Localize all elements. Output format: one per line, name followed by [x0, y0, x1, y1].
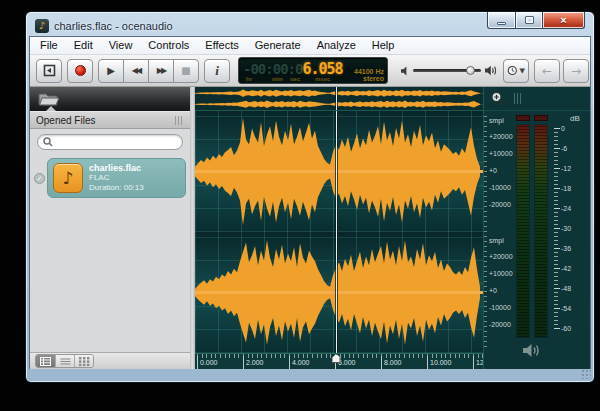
rewind-icon: ◀◀: [132, 66, 140, 75]
stop-icon: ■: [181, 65, 190, 76]
db-tick-label: -60: [561, 325, 571, 332]
db-tick-label: -12: [561, 165, 571, 172]
overview-channel-1: [195, 89, 483, 98]
menu-analyze[interactable]: Analyze: [309, 37, 364, 54]
waveform-channel-1[interactable]: [195, 111, 483, 232]
waveform-svg-1: [195, 111, 483, 232]
speaker-icon: [522, 343, 542, 358]
maximize-button[interactable]: [516, 12, 543, 29]
volume-control: [401, 65, 498, 76]
volume-low-icon: [401, 66, 409, 76]
amplitude-label: smpl: [489, 117, 504, 124]
monitor-speaker-button[interactable]: [522, 343, 542, 362]
back-arrow-icon: ←: [542, 64, 552, 78]
menu-view[interactable]: View: [101, 37, 141, 54]
volume-slider[interactable]: [413, 69, 481, 72]
timeline-label: 8.000: [381, 356, 402, 369]
level-meters: [516, 111, 550, 367]
timeline-label: 10.000: [427, 356, 451, 369]
time-format-button[interactable]: ▼: [503, 59, 529, 83]
toggle-view-button[interactable]: [36, 59, 62, 83]
channel-mode-label: stereo: [354, 75, 384, 82]
view-details-button[interactable]: [36, 355, 55, 367]
play-button[interactable]: ▶: [98, 59, 124, 83]
amplitude-label: -10000: [489, 304, 511, 311]
minimize-button[interactable]: [487, 12, 516, 29]
meter-panel-grip[interactable]: [514, 93, 523, 104]
waveform-display[interactable]: [195, 111, 483, 353]
close-button[interactable]: ×: [543, 12, 585, 29]
amplitude-label: -20000: [489, 321, 511, 328]
search-input[interactable]: [53, 137, 177, 147]
clock-icon: [507, 64, 518, 77]
list-item[interactable]: ✓ ♪ charlies.flac FLAC Duration: 00:13: [34, 158, 186, 198]
opened-files-tab[interactable]: [30, 87, 190, 111]
stop-button[interactable]: ■: [173, 59, 199, 83]
file-name: charlies.flac: [89, 163, 144, 173]
panel-grip[interactable]: [175, 116, 184, 125]
amplitude-ruler: smpl+20000+10000+0-10000-20000smpl+20000…: [484, 111, 514, 351]
menu-edit[interactable]: Edit: [66, 37, 101, 54]
menu-generate[interactable]: Generate: [247, 37, 309, 54]
next-button[interactable]: →: [563, 59, 589, 83]
app-icon: ♪: [35, 19, 49, 33]
record-icon: [75, 65, 86, 76]
view-grid-button[interactable]: [74, 355, 93, 367]
transport-controls: ▶ ◀◀ ▶▶ ■: [98, 59, 199, 83]
db-scale-title: dB: [570, 114, 580, 123]
playback-cursor[interactable]: [336, 111, 337, 353]
chevron-down-icon: ▼: [520, 67, 525, 75]
amplitude-label: +10000: [489, 150, 513, 157]
menu-help[interactable]: Help: [364, 37, 403, 54]
amplitude-label: -10000: [489, 184, 511, 191]
file-item-charlies[interactable]: ♪ charlies.flac FLAC Duration: 00:13: [47, 158, 186, 198]
overview-waveform[interactable]: [195, 87, 483, 111]
time-hours-dim: -00:00:0: [243, 61, 302, 77]
close-icon: ×: [560, 14, 566, 26]
toolbar: ▶ ◀◀ ▶▶ ■ i -00:00:0 6.058 44100 Hz ster…: [30, 55, 590, 87]
forward-button[interactable]: ▶▶: [148, 59, 174, 83]
peak-indicator-right: [534, 115, 548, 121]
search-icon: [43, 137, 53, 147]
timeline-ruler[interactable]: 0.0002.0004.0006.0008.00010.00012.000: [195, 353, 483, 369]
db-tick-label: -24: [561, 205, 571, 212]
db-tick-label: -6: [561, 145, 567, 152]
titlebar[interactable]: ♪ charlies.flac - ocenaudio ×: [29, 12, 591, 36]
play-icon: ▶: [107, 65, 115, 76]
file-format: FLAC: [89, 173, 144, 183]
panel-header: Opened Files: [30, 111, 190, 129]
volume-slider-handle[interactable]: [466, 66, 475, 75]
back-button[interactable]: ←: [534, 59, 560, 83]
record-button[interactable]: [67, 59, 93, 83]
meter-panel-header: [484, 87, 590, 111]
timeline-label: 4.000: [289, 356, 310, 369]
active-tab-notch: [46, 106, 56, 111]
overview-channel-2: [195, 100, 483, 109]
view-details-icon: [40, 357, 51, 366]
zoom-in-button[interactable]: [490, 91, 506, 107]
sidebar: Opened Files ✓: [30, 87, 190, 369]
db-tick-label: 0: [561, 125, 565, 132]
view-list-icon: [60, 357, 71, 366]
forward-icon: ▶▶: [157, 66, 165, 75]
amplitude-label: +0: [489, 287, 497, 294]
info-button[interactable]: i: [204, 59, 230, 83]
menu-file[interactable]: File: [32, 37, 66, 54]
amplitude-label: +0: [489, 167, 497, 174]
menu-effects[interactable]: Effects: [197, 37, 246, 54]
window-title: charlies.flac - ocenaudio: [54, 20, 173, 32]
amplitude-label: smpl: [489, 237, 504, 244]
peak-indicator-left: [516, 115, 530, 121]
view-list-button[interactable]: [55, 355, 74, 367]
undock-icon: [43, 64, 56, 77]
time-display: -00:00:0 6.058 44100 Hz stereo hrminsecm…: [238, 57, 388, 84]
volume-high-icon: [485, 65, 498, 76]
timeline-label: 0.000: [197, 356, 218, 369]
waveform-channel-2[interactable]: [195, 232, 483, 353]
zoom-in-icon: [490, 91, 506, 107]
menu-controls[interactable]: Controls: [140, 37, 197, 54]
maximize-icon: [525, 16, 534, 24]
rewind-button[interactable]: ◀◀: [123, 59, 149, 83]
file-list: ✓ ♪ charlies.flac FLAC Duration: 00:13: [30, 154, 190, 352]
timeline-label: 12.000: [473, 356, 483, 369]
